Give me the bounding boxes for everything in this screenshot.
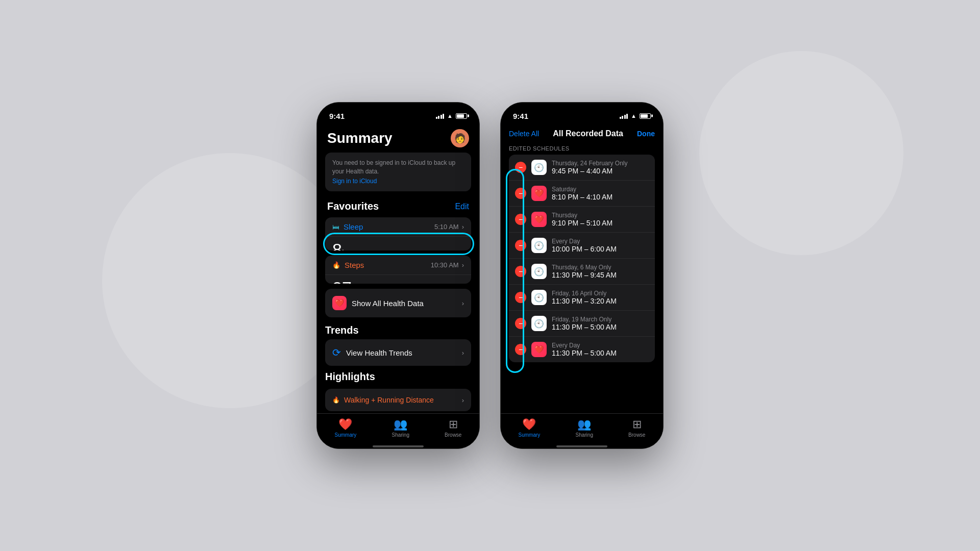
trends-card[interactable]: ⟳ View Health Trends ›	[325, 339, 471, 366]
tab-summary-2[interactable]: ❤️ Summary	[519, 418, 541, 438]
schedule-day-7: Every Day	[552, 342, 649, 349]
schedules-section: EDITED SCHEDULES − 🕙 Thursday, 24 Februa…	[501, 141, 663, 362]
clock-icon-5: 🕙	[531, 290, 547, 305]
phone-all-data: 9:41 ▲ Delete All All Rec	[500, 102, 664, 449]
sleep-card-row[interactable]: 🛏 Sleep 5:10 AM ›	[325, 217, 471, 237]
schedule-time-5: 11:30 PM – 3:20 AM	[552, 297, 649, 305]
tab-sharing-1[interactable]: 👥 Sharing	[391, 418, 409, 438]
delete-circle-3[interactable]: −	[515, 240, 526, 251]
schedule-day-6: Friday, 19 March Only	[552, 316, 649, 323]
clock-icon-4: 🕙	[531, 264, 547, 279]
schedule-item-6[interactable]: − 🕙 Friday, 19 March Only 11:30 PM – 5:0…	[509, 311, 655, 337]
sleep-label: 🛏 Sleep	[332, 222, 363, 231]
delete-circle-7[interactable]: −	[515, 344, 526, 355]
heart-icon-7: ❤️	[531, 342, 547, 357]
signal-icon-2	[620, 113, 628, 119]
schedule-info-7: Every Day 11:30 PM – 5:00 AM	[552, 342, 649, 357]
steps-label: 🔥 Steps	[332, 261, 364, 269]
schedule-item-0[interactable]: − 🕙 Thursday, 24 February Only 9:45 PM –…	[509, 155, 655, 181]
phone2-screen: 9:41 ▲ Delete All All Rec	[501, 103, 663, 448]
tab-browse-2[interactable]: ⊞ Browse	[628, 418, 645, 438]
signin-icloud-link[interactable]: Sign in to iCloud	[332, 177, 464, 186]
heart-icon-2: ❤️	[531, 212, 547, 227]
browse-tab-icon: ⊞	[449, 418, 458, 431]
highlights-section: Highlights 🔥 Walking + Running Distance …	[317, 368, 479, 413]
tab-summary-label-1: Summary	[335, 432, 357, 438]
schedule-time-2: 9:10 PM – 5:10 AM	[552, 219, 649, 227]
schedule-info-5: Friday, 16 April Only 11:30 PM – 3:20 AM	[552, 290, 649, 305]
phone1-screen: 9:41 ▲ Summary 🧑	[317, 103, 479, 448]
sleep-value-row: 8hr Time In Bed	[325, 237, 471, 250]
steps-time-value: 10:30 AM	[431, 261, 459, 269]
summary-tab-icon: ❤️	[338, 418, 352, 431]
icloud-banner-text: You need to be signed in to iCloud to ba…	[332, 159, 455, 175]
sleep-time-value: 5:10 AM	[434, 223, 459, 231]
schedule-item-1[interactable]: − ❤️ Saturday 8:10 PM – 4:10 AM	[509, 181, 655, 207]
steps-big-number: 27	[332, 278, 352, 284]
status-time-2: 9:41	[513, 112, 528, 120]
delete-circle-5[interactable]: −	[515, 292, 526, 303]
highlights-card[interactable]: 🔥 Walking + Running Distance ›	[325, 389, 471, 411]
status-bar-1: 9:41 ▲	[317, 103, 479, 125]
browse-tab-icon-2: ⊞	[632, 418, 642, 431]
sleep-big-number: 8	[332, 240, 342, 250]
schedule-item-7[interactable]: − ❤️ Every Day 11:30 PM – 5:00 AM	[509, 337, 655, 362]
delete-all-button[interactable]: Delete All	[509, 130, 539, 138]
schedule-item-5[interactable]: − 🕙 Friday, 16 April Only 11:30 PM – 3:2…	[509, 285, 655, 311]
tab-summary-1[interactable]: ❤️ Summary	[335, 418, 357, 438]
highlights-chevron-icon: ›	[462, 396, 464, 404]
schedules-section-header: EDITED SCHEDULES	[509, 143, 655, 155]
delete-circle-1[interactable]: −	[515, 188, 526, 199]
schedule-info-2: Thursday 9:10 PM – 5:10 AM	[552, 212, 649, 227]
schedule-day-3: Every Day	[552, 238, 649, 245]
highlights-title: Highlights	[325, 371, 471, 386]
home-indicator-2	[501, 446, 663, 448]
clock-icon-3: 🕙	[531, 238, 547, 253]
sharing-tab-icon-2: 👥	[577, 418, 591, 431]
avatar-1[interactable]: 🧑	[451, 129, 469, 147]
schedule-time-1: 8:10 PM – 4:10 AM	[552, 193, 649, 201]
schedule-time-7: 11:30 PM – 5:00 AM	[552, 349, 649, 357]
schedule-item-4[interactable]: − 🕙 Thursday, 6 May Only 11:30 PM – 9:45…	[509, 259, 655, 285]
wifi-icon-1: ▲	[447, 113, 453, 119]
trends-title: Trends	[325, 324, 471, 336]
heart-icon-1: ❤️	[531, 186, 547, 201]
delete-circle-4[interactable]: −	[515, 266, 526, 277]
tab-browse-label-1: Browse	[445, 432, 461, 438]
status-time-1: 9:41	[329, 112, 345, 120]
schedule-info-0: Thursday, 24 February Only 9:45 PM – 4:4…	[552, 160, 649, 175]
tab-bar-1: ❤️ Summary 👥 Sharing ⊞ Browse	[317, 413, 479, 446]
delete-circle-6[interactable]: −	[515, 318, 526, 329]
tab-browse-1[interactable]: ⊞ Browse	[445, 418, 461, 438]
show-all-health-row[interactable]: ❤️ Show All Health Data ›	[325, 289, 471, 317]
edit-button[interactable]: Edit	[455, 202, 469, 211]
sharing-tab-icon: 👥	[394, 418, 407, 431]
sleep-card[interactable]: 🛏 Sleep 5:10 AM › 8hr Time In Bed	[325, 217, 471, 250]
status-bar-2: 9:41 ▲	[501, 103, 663, 125]
status-icons-2: ▲	[620, 113, 651, 119]
phone1-header: Summary 🧑	[317, 125, 479, 147]
tab-summary-label-2: Summary	[519, 432, 541, 438]
show-all-label: ❤️ Show All Health Data	[332, 296, 424, 310]
wifi-icon-2: ▲	[631, 113, 636, 119]
steps-card-row[interactable]: 🔥 Steps 10:30 AM ›	[325, 256, 471, 275]
home-indicator-1	[317, 446, 479, 448]
tab-bar-2: ❤️ Summary 👥 Sharing ⊞ Browse	[501, 413, 663, 446]
trends-label: ⟳ View Health Trends	[332, 346, 412, 359]
done-button[interactable]: Done	[637, 130, 655, 138]
health-heart-icon: ❤️	[332, 296, 347, 310]
show-all-text: Show All Health Data	[352, 299, 424, 308]
delete-circle-0[interactable]: −	[515, 162, 526, 173]
delete-circle-2[interactable]: −	[515, 214, 526, 225]
highlights-label: 🔥 Walking + Running Distance	[332, 396, 434, 404]
sleep-icon: 🛏	[332, 223, 339, 231]
schedule-item-2[interactable]: − ❤️ Thursday 9:10 PM – 5:10 AM	[509, 207, 655, 233]
steps-card[interactable]: 🔥 Steps 10:30 AM › 27 steps	[325, 256, 471, 284]
tab-sharing-2[interactable]: 👥 Sharing	[575, 418, 593, 438]
phone-summary: 9:41 ▲ Summary 🧑	[316, 102, 480, 449]
schedule-item-3[interactable]: − 🕙 Every Day 10:00 PM – 6:00 AM	[509, 233, 655, 259]
schedule-day-0: Thursday, 24 February Only	[552, 160, 649, 167]
all-data-title: All Recorded Data	[553, 129, 623, 138]
schedule-info-1: Saturday 8:10 PM – 4:10 AM	[552, 186, 649, 201]
schedule-time-3: 10:00 PM – 6:00 AM	[552, 245, 649, 253]
